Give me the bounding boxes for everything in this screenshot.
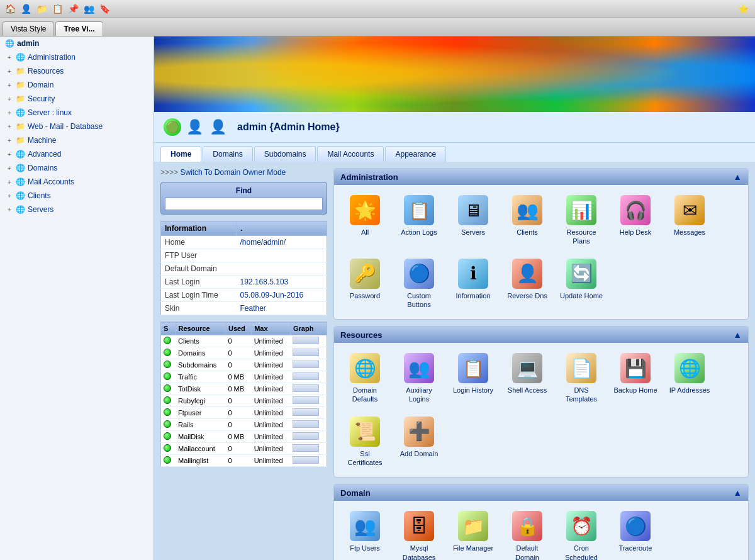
icon-item-help-desk[interactable]: 🎧Help Desk	[611, 191, 660, 250]
dns-templates-icon: 📄	[566, 353, 596, 383]
sidebar-root-admin[interactable]: 🌐 admin	[0, 36, 154, 50]
resource-max: Unlimited	[252, 383, 291, 395]
icon-item-servers[interactable]: 🖥Servers	[449, 191, 498, 250]
sidebar-item-clients[interactable]: + 🌐 Clients	[0, 189, 154, 203]
icon-item-ip-addresses[interactable]: 🌐IP Addresses	[665, 349, 714, 408]
resources-icon-grid: 🌐Domain Defaults👥Auxiliary Logins📋Login …	[340, 349, 742, 471]
resource-graph	[290, 431, 327, 443]
sidebar-item-server[interactable]: + 🌐 Server : linux	[0, 106, 154, 120]
info-row-value[interactable]: /home/admin/	[237, 236, 327, 249]
sidebar-item-security[interactable]: + 📁 Security	[0, 92, 154, 106]
file-manager-label: File Manager	[453, 544, 493, 552]
icon-item-clients[interactable]: 👥Clients	[503, 191, 552, 250]
domain-icon: 📁	[15, 80, 25, 90]
sidebar-item-advanced[interactable]: + 🌐 Advanced	[0, 147, 154, 161]
sidebar-item-machine[interactable]: + 📁 Machine	[0, 133, 154, 147]
resource-status	[161, 383, 176, 395]
toolbar-icon-star[interactable]: ⭐	[736, 2, 750, 16]
icon-item-domain-defaults[interactable]: 🌐Domain Defaults	[340, 349, 389, 408]
resource-graph	[290, 383, 327, 395]
traceroute-icon: 🔵	[620, 511, 651, 541]
inner-tab-subdomains[interactable]: Subdomains	[254, 146, 316, 162]
tab-tree-view[interactable]: Tree Vi...	[55, 21, 103, 36]
expand-icon: +	[5, 164, 14, 172]
icon-item-dns-templates[interactable]: 📄DNS Templates	[557, 349, 606, 408]
resources-section-header: Resources ▲	[334, 327, 748, 343]
find-input[interactable]	[165, 198, 323, 210]
inner-tab-appearance[interactable]: Appearance	[385, 146, 446, 162]
switch-mode-prefix: >>>>	[160, 168, 180, 177]
toolbar-icon-pin[interactable]: 📌	[66, 2, 80, 16]
switch-mode-link[interactable]: Switch To Domain Owner Mode	[180, 168, 286, 177]
icon-item-all[interactable]: 🌟All	[340, 191, 389, 250]
icon-item-messages[interactable]: ✉Messages	[665, 191, 714, 250]
info-row-value[interactable]: 05.08.09-Jun-2016	[237, 289, 327, 302]
icon-item-ftp-users[interactable]: 👥Ftp Users	[340, 507, 389, 560]
ssl-certificates-label: Ssl Certificates	[343, 449, 387, 468]
icon-item-mysql-databases[interactable]: 🗄Mysql Databases	[394, 507, 444, 560]
resource-max: Unlimited	[252, 359, 291, 371]
icon-item-traceroute[interactable]: 🔵Traceroute	[611, 507, 660, 560]
inner-tab-domains[interactable]: Domains	[203, 146, 252, 162]
default-domain-label: Default Domain	[505, 544, 549, 560]
advanced-icon: 🌐	[15, 149, 25, 159]
icon-item-password[interactable]: 🔑Password	[340, 255, 389, 313]
administration-collapse[interactable]: ▲	[733, 172, 742, 182]
resources-collapse[interactable]: ▲	[733, 330, 742, 340]
action-logs-label: Action Logs	[401, 228, 437, 237]
resource-name: Mailaccount	[176, 443, 225, 455]
expand-icon: +	[5, 94, 14, 103]
resource-status	[161, 359, 176, 371]
sidebar-item-domains[interactable]: + 🌐 Domains	[0, 161, 154, 175]
toolbar-icon-folder[interactable]: 📁	[35, 2, 48, 16]
toolbar-icon-tag[interactable]: 🔖	[98, 2, 111, 16]
icon-item-cron-scheduled-tasks[interactable]: ⏰Cron Scheduled Tasks	[557, 507, 606, 560]
resource-graph	[290, 455, 327, 467]
sidebar-item-domain[interactable]: + 📁 Domain	[0, 78, 154, 92]
inner-tab-home[interactable]: Home	[160, 146, 201, 162]
toolbar-icon-home[interactable]: 🏠	[3, 2, 17, 16]
resource-used: 0	[225, 407, 251, 419]
machine-icon: 📁	[15, 135, 25, 145]
sidebar-item-web[interactable]: + 📁 Web - Mail - Database	[0, 120, 154, 133]
resource-graph	[290, 395, 327, 407]
info-row-value[interactable]: 192.168.5.103	[237, 276, 327, 289]
icon-item-ssl-certificates[interactable]: 📜Ssl Certificates	[340, 413, 389, 471]
icon-item-resource-plans[interactable]: 📊Resource Plans	[557, 191, 606, 250]
resource-max: Unlimited	[252, 371, 291, 383]
inner-tab-mail-accounts[interactable]: Mail Accounts	[317, 146, 384, 162]
icon-item-update-home[interactable]: 🔄Update Home	[557, 255, 606, 313]
banner	[154, 36, 755, 112]
resource-used: 0	[225, 359, 251, 371]
icon-item-custom-buttons[interactable]: 🔵Custom Buttons	[394, 255, 444, 313]
icon-item-auxiliary-logins[interactable]: 👥Auxiliary Logins	[394, 349, 444, 408]
resource-row: Mailaccount0Unlimited	[161, 443, 327, 455]
sidebar-item-servers[interactable]: + 🌐 Servers	[0, 203, 154, 216]
sidebar-item-resources[interactable]: + 📁 Resources	[0, 64, 154, 78]
sidebar-item-mail-accounts[interactable]: + 🌐 Mail Accounts	[0, 175, 154, 189]
domain-collapse[interactable]: ▲	[733, 488, 742, 498]
admin-avatar-1: 👤	[184, 117, 204, 137]
resource-max: Unlimited	[252, 335, 291, 347]
icon-item-shell-access[interactable]: 💻Shell Access	[503, 349, 552, 408]
toolbar-icon-user[interactable]: 👤	[19, 2, 33, 16]
icon-item-action-logs[interactable]: 📋Action Logs	[394, 191, 444, 250]
resource-row: Clients0Unlimited	[161, 335, 327, 347]
icon-item-default-domain[interactable]: 🔒Default Domain	[503, 507, 552, 560]
icon-item-information[interactable]: ℹInformation	[449, 255, 498, 313]
all-label: All	[361, 228, 369, 237]
icon-item-file-manager[interactable]: 📁File Manager	[449, 507, 498, 560]
resource-row: Subdomains0Unlimited	[161, 359, 327, 371]
icon-item-login-history[interactable]: 📋Login History	[449, 349, 498, 408]
icon-item-reverse-dns[interactable]: 👤Reverse Dns	[503, 255, 552, 313]
toolbar-icon-users[interactable]: 👥	[82, 2, 96, 16]
tab-vista-style[interactable]: Vista Style	[3, 21, 54, 36]
icon-item-add-domain[interactable]: ➕Add Domain	[394, 413, 444, 471]
icon-item-backup-home[interactable]: 💾Backup Home	[611, 349, 660, 408]
sidebar-item-administration[interactable]: + 🌐 Administration	[0, 50, 154, 64]
password-icon: 🔑	[350, 259, 380, 289]
switch-mode[interactable]: >>>> Switch To Domain Owner Mode	[160, 168, 327, 177]
info-row-value[interactable]: Feather	[237, 302, 327, 315]
toolbar-icon-clipboard[interactable]: 📋	[50, 2, 64, 16]
info-row-value	[237, 249, 327, 262]
